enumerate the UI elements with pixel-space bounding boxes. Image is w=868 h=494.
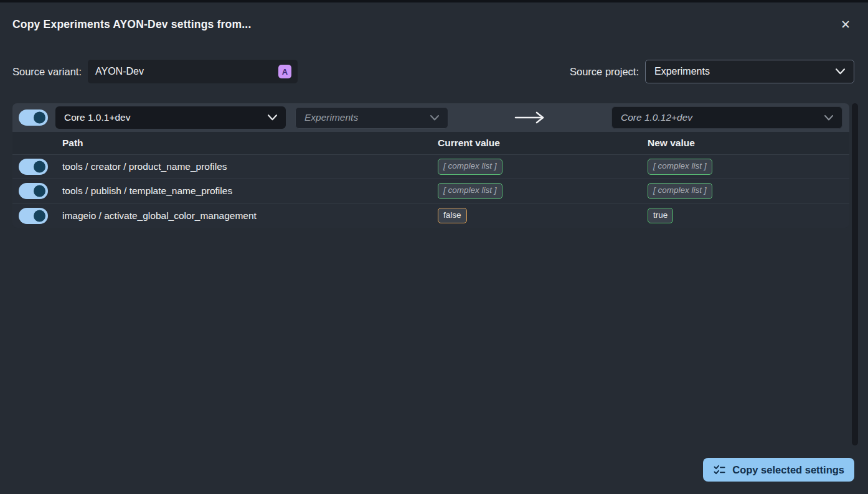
vertical-scrollbar[interactable] [852, 103, 858, 445]
dialog-title: Copy Experiments AYON-Dev settings from.… [12, 18, 251, 31]
source-row: Source variant: AYON-Dev A Source projec… [12, 60, 854, 83]
chevron-down-icon [824, 115, 833, 121]
toggle-knob [34, 161, 45, 173]
source-project-group: Source project: Experiments [570, 60, 854, 83]
table-row: tools / creator / product_name_profiles … [12, 155, 849, 179]
toggle-knob [34, 185, 45, 197]
dialog-header: Copy Experiments AYON-Dev settings from.… [12, 15, 856, 34]
variant-badge: A [278, 65, 291, 78]
new-value-badge: true [648, 208, 673, 223]
source-project-bundle-value: Experiments [304, 112, 358, 123]
current-value-badge: [ complex list ] [438, 183, 502, 198]
close-icon[interactable]: ✕ [836, 16, 856, 33]
direction-arrow-wrap [448, 111, 611, 124]
setting-path: imageio / activate_global_color_manageme… [62, 210, 438, 221]
settings-panel: Core 1.0.1+dev Experiments [12, 103, 849, 228]
chevron-down-icon [836, 68, 845, 75]
arrow-right-icon [513, 111, 547, 124]
copy-settings-dialog: Copy Experiments AYON-Dev settings from.… [0, 2, 868, 494]
row-toggle[interactable] [19, 208, 48, 224]
table-row: tools / publish / template_name_profiles… [12, 179, 849, 203]
toggle-knob [34, 210, 45, 221]
new-value-badge: [ complex list ] [648, 183, 712, 198]
source-variant-input[interactable]: AYON-Dev A [88, 60, 298, 83]
source-bundle-value: Core 1.0.1+dev [64, 112, 130, 123]
header-current-value: Current value [438, 137, 648, 149]
source-project-bundle-select: Experiments [295, 107, 448, 129]
source-project-value: Experiments [654, 66, 710, 77]
target-bundle-value: Core 1.0.12+dev [621, 112, 692, 123]
current-value-badge: false [438, 208, 467, 223]
table-header-row: Path Current value New value [12, 132, 849, 155]
setting-path: tools / publish / template_name_profiles [62, 185, 438, 197]
source-project-select[interactable]: Experiments [645, 60, 854, 83]
setting-path: tools / creator / product_name_profiles [62, 161, 438, 172]
source-variant-label: Source variant: [12, 66, 82, 78]
source-bundle-select[interactable]: Core 1.0.1+dev [55, 106, 286, 129]
target-bundle-select: Core 1.0.12+dev [611, 106, 842, 129]
source-variant-group: Source variant: AYON-Dev A [12, 60, 298, 83]
toggle-knob [34, 112, 45, 124]
current-value-badge: [ complex list ] [438, 159, 502, 174]
select-all-toggle[interactable] [19, 110, 48, 126]
copy-button-label: Copy selected settings [732, 464, 844, 476]
table-row: imageio / activate_global_color_manageme… [12, 203, 849, 228]
header-new-value: New value [648, 137, 849, 149]
header-path: Path [62, 137, 438, 149]
copy-selected-settings-button[interactable]: Copy selected settings [703, 458, 854, 482]
chevron-down-icon [268, 114, 277, 121]
source-project-label: Source project: [570, 66, 639, 78]
new-value-badge: [ complex list ] [648, 159, 712, 174]
bundle-toolbar: Core 1.0.1+dev Experiments [12, 103, 849, 132]
row-toggle[interactable] [19, 159, 48, 175]
checklist-icon [713, 464, 726, 476]
chevron-down-icon [430, 115, 439, 121]
row-toggle[interactable] [19, 183, 48, 199]
source-variant-value: AYON-Dev [95, 66, 144, 77]
